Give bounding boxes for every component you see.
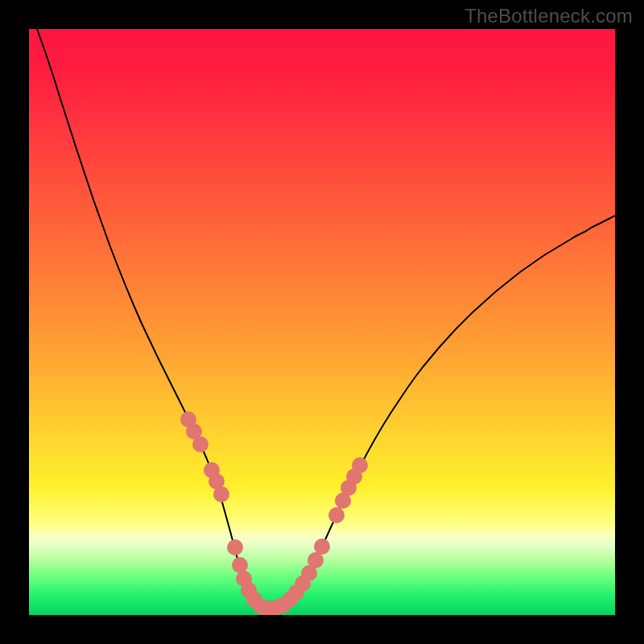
chart-frame: TheBottleneck.com [0,0,644,644]
gradient-background [29,29,615,615]
plot-area [29,29,615,615]
watermark-text: TheBottleneck.com [464,5,633,27]
svg-rect-0 [29,29,615,615]
